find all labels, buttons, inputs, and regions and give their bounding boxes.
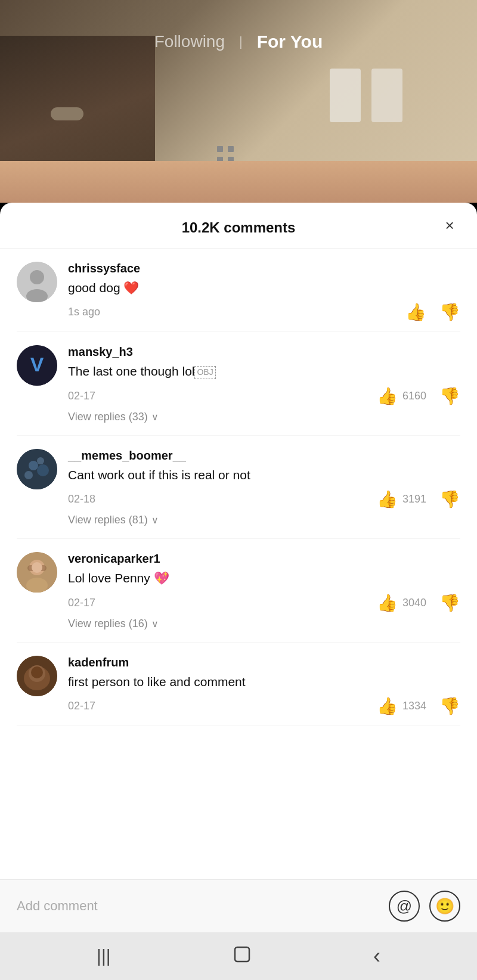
thumbs-up-icon[interactable]: 👍 xyxy=(377,489,398,509)
svg-point-7 xyxy=(37,464,49,476)
svg-point-6 xyxy=(29,461,38,470)
svg-rect-19 xyxy=(235,947,249,962)
menu-icon[interactable]: ||| xyxy=(97,946,110,966)
back-icon[interactable]: ‹ xyxy=(373,944,380,969)
wall-switch-2 xyxy=(371,69,402,122)
thumbs-down-icon[interactable]: 👎 xyxy=(439,386,460,406)
skin-area xyxy=(0,161,477,203)
svg-point-1 xyxy=(30,270,44,284)
comment-meta: 02-17 👍 6160 👎 xyxy=(68,386,460,406)
avatar xyxy=(17,262,57,302)
thumbs-up-icon[interactable]: 👍 xyxy=(405,302,426,322)
thumbs-down-icon[interactable]: 👎 xyxy=(439,696,460,716)
like-count: 1334 xyxy=(402,700,426,712)
avatar xyxy=(17,656,57,696)
comment-icons: @ 🙂 xyxy=(389,891,460,922)
thumbs-up-icon[interactable]: 👍 xyxy=(377,696,398,716)
view-replies-label: View replies (33) xyxy=(68,411,148,423)
svg-point-8 xyxy=(24,471,33,479)
comment-username: chrissysface xyxy=(68,262,460,275)
avatar: V xyxy=(17,345,57,386)
thumbs-down-icon[interactable]: 👎 xyxy=(439,302,460,322)
comments-header: 10.2K comments × xyxy=(0,203,477,249)
comment-body: veronicaparker1 Lol love Penny 💖 02-17 👍… xyxy=(68,552,460,632)
view-replies-button[interactable]: View replies (16) ∨ xyxy=(68,613,460,632)
top-navigation: Following | For You xyxy=(0,0,477,66)
comments-list: chrissysface good dog ❤️ 1s ago 👍 👎 xyxy=(0,249,477,726)
emoji-icon: 🙂 xyxy=(435,897,454,916)
comment-time: 02-17 xyxy=(68,597,95,609)
furniture-handle xyxy=(51,107,83,120)
chevron-down-icon: ∨ xyxy=(151,514,159,526)
thumbs-down-icon[interactable]: 👎 xyxy=(439,593,460,613)
comment-time: 02-17 xyxy=(68,700,95,712)
table-row: veronicaparker1 Lol love Penny 💖 02-17 👍… xyxy=(17,539,460,642)
thumbs-up-icon[interactable]: 👍 xyxy=(377,593,398,613)
comment-body: kadenfrum first person to like and comme… xyxy=(68,656,460,716)
like-count: 6160 xyxy=(402,390,426,402)
comment-text: Lol love Penny 💖 xyxy=(68,569,460,587)
comment-body: mansky_h3 The last one though lolOBJ 02-… xyxy=(68,345,460,425)
add-comment-bar: Add comment @ 🙂 xyxy=(0,879,477,932)
chevron-down-icon: ∨ xyxy=(151,618,159,629)
like-count: 3040 xyxy=(402,597,426,609)
comment-text: first person to like and comment xyxy=(68,673,460,690)
comment-username: mansky_h3 xyxy=(68,345,460,359)
bottom-navigation: ||| ‹ xyxy=(0,932,477,980)
add-comment-input[interactable]: Add comment xyxy=(17,898,98,914)
close-comments-button[interactable]: × xyxy=(439,215,460,236)
avatar xyxy=(17,449,57,489)
comment-text: Cant work out if this is real or not xyxy=(68,466,460,483)
comment-actions: 👍 6160 👎 xyxy=(377,386,460,406)
svg-point-5 xyxy=(17,449,57,489)
comment-time: 02-18 xyxy=(68,493,95,505)
comments-count-title: 10.2K comments xyxy=(182,219,296,236)
comment-actions: 👍 3040 👎 xyxy=(377,593,460,613)
svg-point-14 xyxy=(32,562,42,573)
comment-meta: 02-17 👍 3040 👎 xyxy=(68,593,460,613)
svg-point-13 xyxy=(26,578,48,593)
like-group: 👍 3040 xyxy=(377,593,426,613)
table-row: kadenfrum first person to like and comme… xyxy=(17,643,460,726)
table-row: chrissysface good dog ❤️ 1s ago 👍 👎 xyxy=(17,249,460,332)
like-count: 3191 xyxy=(402,493,426,505)
emoji-button[interactable]: 🙂 xyxy=(429,891,460,922)
like-group: 👍 xyxy=(405,302,426,322)
comment-username: __memes_boomer__ xyxy=(68,449,460,463)
for-you-tab[interactable]: For You xyxy=(257,32,323,52)
thumbs-up-icon[interactable]: 👍 xyxy=(377,386,398,406)
like-group: 👍 1334 xyxy=(377,696,426,716)
mention-button[interactable]: @ xyxy=(389,891,420,922)
comment-text: good dog ❤️ xyxy=(68,279,460,296)
at-sign-icon: @ xyxy=(397,897,412,916)
like-group: 👍 6160 xyxy=(377,386,426,406)
comments-panel: 10.2K comments × chrissysface good dog ❤… xyxy=(0,203,477,980)
svg-point-18 xyxy=(31,666,43,678)
comment-actions: 👍 3191 👎 xyxy=(377,489,460,509)
comment-meta: 02-17 👍 1334 👎 xyxy=(68,696,460,716)
svg-point-9 xyxy=(37,457,44,464)
table-row: __memes_boomer__ Cant work out if this i… xyxy=(17,436,460,539)
nav-divider: | xyxy=(239,34,243,49)
comment-body: chrissysface good dog ❤️ 1s ago 👍 👎 xyxy=(68,262,460,322)
comment-username: kadenfrum xyxy=(68,656,460,669)
table-row: V mansky_h3 The last one though lolOBJ 0… xyxy=(17,332,460,435)
comment-time: 02-17 xyxy=(68,390,95,402)
avatar xyxy=(17,552,57,593)
home-icon[interactable] xyxy=(233,945,252,968)
following-tab[interactable]: Following xyxy=(154,32,225,51)
view-replies-label: View replies (81) xyxy=(68,514,148,526)
wall-switch-1 xyxy=(330,69,361,122)
svg-text:V: V xyxy=(30,353,44,376)
view-replies-button[interactable]: View replies (81) ∨ xyxy=(68,509,460,529)
comment-username: veronicaparker1 xyxy=(68,552,460,566)
comment-meta: 1s ago 👍 👎 xyxy=(68,302,460,322)
comment-actions: 👍 1334 👎 xyxy=(377,696,460,716)
chevron-down-icon: ∨ xyxy=(151,411,159,423)
view-replies-button[interactable]: View replies (33) ∨ xyxy=(68,406,460,426)
comment-time: 1s ago xyxy=(68,306,100,318)
view-replies-label: View replies (16) xyxy=(68,618,148,630)
comment-actions: 👍 👎 xyxy=(405,302,460,322)
thumbs-down-icon[interactable]: 👎 xyxy=(439,489,460,509)
like-group: 👍 3191 xyxy=(377,489,426,509)
